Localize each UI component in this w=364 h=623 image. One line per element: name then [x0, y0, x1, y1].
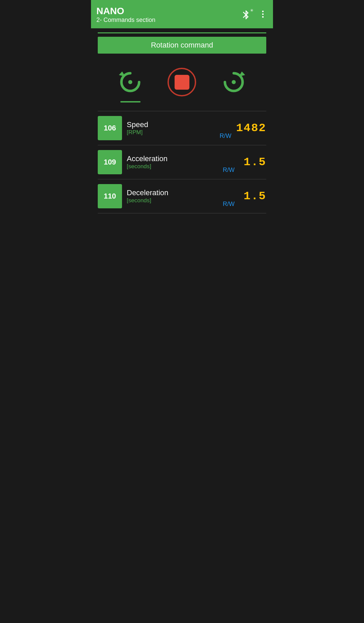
active-indicator — [120, 101, 141, 102]
param-access-acceleration: R/W — [223, 167, 235, 174]
parameters-container: 106 Speed [RPM] R/W 1482 109 Acceleratio… — [98, 111, 266, 213]
rotation-command-label: Rotation command — [151, 41, 213, 49]
param-info-acceleration: Acceleration [seconds] — [127, 154, 215, 170]
rotate-cw-icon — [221, 69, 246, 95]
param-row-deceleration[interactable]: 110 Deceleration [seconds] R/W 1.5 — [98, 179, 266, 213]
param-unit-speed: [RPM] — [127, 129, 211, 136]
rotation-command-bar: Rotation command — [98, 37, 266, 54]
controls-row — [91, 57, 273, 104]
svg-point-6 — [232, 80, 236, 84]
param-info-speed: Speed [RPM] — [127, 120, 211, 136]
param-name-deceleration: Deceleration — [127, 188, 215, 197]
param-id-deceleration: 110 — [98, 184, 122, 208]
rotate-cw-button[interactable] — [218, 67, 249, 97]
stop-button[interactable] — [167, 67, 197, 97]
svg-point-1 — [262, 13, 264, 15]
svg-point-2 — [262, 16, 264, 18]
top-divider — [98, 32, 266, 33]
svg-point-0 — [262, 10, 264, 12]
stop-button-inner — [175, 75, 189, 90]
param-access-deceleration: R/W — [223, 201, 235, 208]
param-row-acceleration[interactable]: 109 Acceleration [seconds] R/W 1.5 — [98, 145, 266, 179]
param-row-speed[interactable]: 106 Speed [RPM] R/W 1482 — [98, 111, 266, 145]
stop-button-outer — [168, 68, 196, 96]
param-name-acceleration: Acceleration — [127, 154, 215, 163]
param-value-deceleration[interactable]: 1.5 — [239, 190, 266, 203]
param-value-acceleration[interactable]: 1.5 — [239, 156, 266, 169]
param-id-acceleration: 109 — [98, 150, 122, 174]
more-options-icon[interactable] — [258, 9, 268, 20]
rotate-ccw-button[interactable] — [115, 67, 146, 97]
param-name-speed: Speed — [127, 120, 211, 129]
param-value-speed[interactable]: 1482 — [236, 122, 266, 135]
bluetooth-icon: ✳ — [240, 9, 252, 21]
header-titles: NANO 2- Commands section — [96, 6, 155, 24]
param-unit-acceleration: [seconds] — [127, 163, 215, 170]
svg-point-4 — [128, 80, 132, 84]
app-title: NANO — [96, 6, 155, 17]
param-access-speed: R/W — [219, 132, 231, 140]
header-icons: ✳ — [240, 9, 268, 21]
param-unit-deceleration: [seconds] — [127, 197, 215, 204]
app-header: NANO 2- Commands section ✳ — [91, 0, 273, 28]
rotate-ccw-icon — [118, 69, 143, 95]
bluetooth-asterisk: ✳ — [250, 8, 253, 13]
app-subtitle: 2- Commands section — [96, 17, 155, 24]
param-id-speed: 106 — [98, 116, 122, 140]
param-info-deceleration: Deceleration [seconds] — [127, 188, 215, 204]
